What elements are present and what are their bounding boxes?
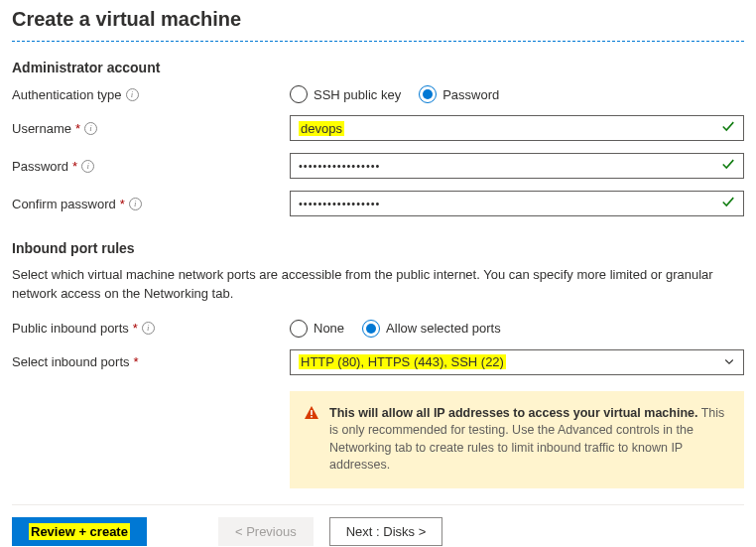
info-icon[interactable]: i (126, 88, 139, 101)
next-button[interactable]: Next : Disks > (329, 517, 443, 546)
previous-button: < Previous (218, 517, 314, 546)
page-title: Create a virtual machine (12, 0, 744, 41)
footer-divider (12, 504, 744, 505)
radio-allow-selected[interactable]: Allow selected ports (362, 320, 501, 338)
select-inbound-label: Select inbound ports * (12, 354, 290, 369)
info-icon[interactable]: i (84, 122, 97, 135)
radio-none[interactable]: None (290, 320, 344, 338)
username-field[interactable]: devops (290, 115, 744, 141)
radio-ssh[interactable]: SSH public key (290, 85, 401, 103)
check-icon (721, 120, 735, 137)
chevron-down-icon (723, 354, 735, 370)
public-inbound-label: Public inbound ports * i (12, 321, 290, 336)
check-icon (721, 158, 735, 175)
footer: Review + create < Previous Next : Disks … (12, 517, 744, 546)
warning-bold: This will allow all IP addresses to acce… (329, 406, 697, 420)
username-label: Username * i (12, 121, 290, 136)
warning-icon (304, 405, 319, 475)
svg-rect-0 (311, 410, 313, 415)
info-icon[interactable]: i (81, 160, 94, 173)
confirm-password-label: Confirm password * i (12, 197, 290, 211)
info-icon[interactable]: i (129, 198, 142, 210)
password-label: Password * i (12, 159, 290, 174)
header-divider (12, 41, 744, 42)
svg-rect-1 (311, 416, 313, 418)
inbound-section-title: Inbound port rules (12, 240, 744, 256)
warning-box: This will allow all IP addresses to acce… (290, 391, 744, 488)
auth-type-label: Authentication type i (12, 87, 290, 102)
radio-password[interactable]: Password (419, 85, 499, 103)
inbound-ports-select[interactable]: HTTP (80), HTTPS (443), SSH (22) (290, 349, 744, 375)
inbound-description: Select which virtual machine network por… (12, 266, 726, 304)
check-icon (721, 196, 735, 212)
info-icon[interactable]: i (142, 322, 155, 335)
confirm-password-field[interactable]: ••••••••••••••••• (290, 191, 744, 216)
review-create-button[interactable]: Review + create (12, 517, 147, 546)
password-field[interactable]: ••••••••••••••••• (290, 153, 744, 179)
admin-section-title: Administrator account (12, 60, 744, 75)
